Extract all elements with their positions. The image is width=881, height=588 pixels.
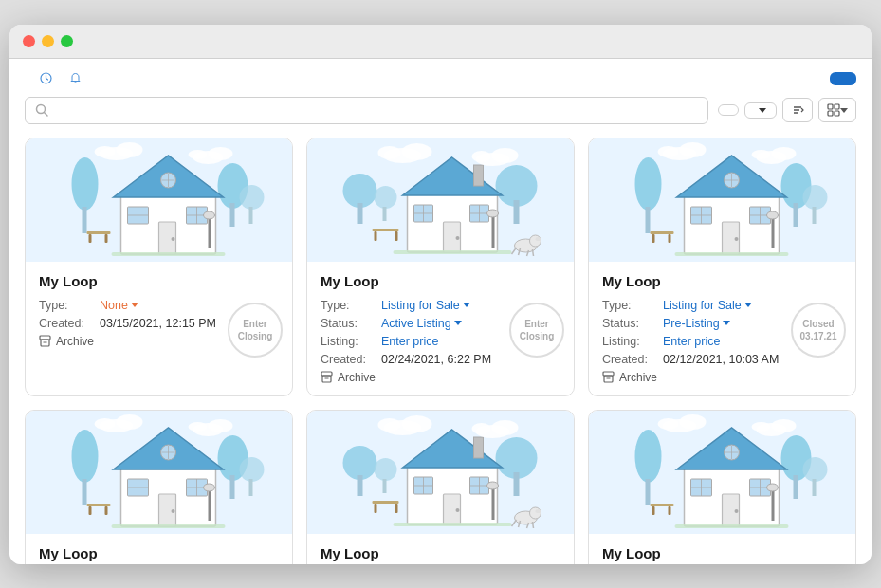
svg-point-117 <box>72 430 99 483</box>
type-chevron-icon <box>463 303 470 307</box>
card-4: My LoopType:Listing for Sale Status: Act… <box>306 410 575 564</box>
sort-direction-button[interactable] <box>782 98 813 122</box>
traffic-lights <box>23 35 73 47</box>
svg-point-202 <box>735 509 739 513</box>
enter-closing-badge-0[interactable]: EnterClosing <box>228 303 283 358</box>
svg-point-77 <box>472 151 491 162</box>
svg-line-175 <box>512 520 517 526</box>
clock-icon <box>40 72 52 84</box>
svg-rect-84 <box>646 207 651 233</box>
svg-rect-105 <box>772 216 775 248</box>
svg-rect-47 <box>514 200 520 224</box>
maximize-traffic-light[interactable] <box>61 35 73 47</box>
card-body-3: My LoopType:None Created: 03/15/2021, 12… <box>26 534 292 564</box>
svg-rect-31 <box>105 234 108 243</box>
view-chevron-icon <box>840 108 848 113</box>
card-image-0 <box>26 138 292 262</box>
svg-point-173 <box>530 507 541 519</box>
svg-rect-29 <box>87 231 111 234</box>
svg-point-54 <box>456 236 460 240</box>
svg-rect-103 <box>652 234 655 243</box>
add-loop-button[interactable] <box>830 72 856 85</box>
close-traffic-light[interactable] <box>23 35 35 47</box>
type-value-0[interactable]: None <box>100 299 138 312</box>
svg-point-79 <box>487 210 499 217</box>
svg-point-109 <box>680 142 707 157</box>
listing-value-2[interactable]: Enter price <box>663 335 720 348</box>
svg-point-37 <box>95 146 116 157</box>
created-value-1: 02/24/2021, 6:22 PM <box>381 353 491 366</box>
notifications-link[interactable] <box>69 72 85 84</box>
svg-point-36 <box>117 142 143 157</box>
svg-line-68 <box>512 248 517 254</box>
archive-link-1[interactable]: Archive <box>321 371 560 384</box>
svg-line-2 <box>45 113 48 117</box>
svg-rect-120 <box>230 475 235 499</box>
search-icon <box>35 103 48 117</box>
svg-rect-32 <box>209 216 211 248</box>
created-label: Created: <box>602 353 659 366</box>
svg-rect-171 <box>395 504 398 513</box>
card-title-4: My Loop <box>321 545 560 561</box>
svg-point-217 <box>658 418 679 430</box>
listing-value-1[interactable]: Enter price <box>381 335 438 348</box>
created-label: Created: <box>39 317 96 330</box>
created-value-2: 02/12/2021, 10:03 AM <box>663 353 779 366</box>
svg-rect-118 <box>83 479 87 505</box>
status-value-2[interactable]: Pre-Listing <box>663 317 730 330</box>
svg-point-220 <box>752 422 771 432</box>
svg-rect-193 <box>794 475 798 499</box>
archive-icon <box>39 335 51 347</box>
status-value-1[interactable]: Active Listing <box>381 317 462 330</box>
svg-point-144 <box>95 418 116 430</box>
svg-rect-122 <box>249 479 253 496</box>
status-chevron-icon <box>723 321 730 325</box>
type-chevron-icon <box>131 303 138 307</box>
filters-button[interactable] <box>718 104 739 116</box>
type-chevron-icon <box>744 303 752 307</box>
svg-point-186 <box>487 482 499 489</box>
closed-badge-2[interactable]: Closed03.17.21 <box>791 303 846 358</box>
view-toggle-button[interactable] <box>818 98 856 122</box>
card-title-0: My Loop <box>39 273 279 289</box>
svg-point-181 <box>378 418 401 432</box>
titlebar <box>9 25 872 59</box>
status-chevron-icon <box>454 321 462 325</box>
minimize-traffic-light[interactable] <box>42 35 54 47</box>
svg-rect-136 <box>87 504 111 506</box>
svg-rect-154 <box>514 472 520 496</box>
status-label: Status: <box>321 317 377 330</box>
card-body-5: My LoopType:Listing for Sale Status: Pre… <box>589 534 855 564</box>
card-image-5 <box>589 411 855 534</box>
svg-rect-64 <box>395 231 398 241</box>
svg-rect-78 <box>492 214 495 248</box>
archive-icon <box>321 371 333 383</box>
svg-point-74 <box>378 146 401 159</box>
svg-rect-41 <box>40 336 50 340</box>
archive-link-2[interactable]: Archive <box>602 371 842 384</box>
activity-log-link[interactable] <box>40 72 56 84</box>
svg-point-67 <box>536 237 541 241</box>
svg-rect-152 <box>358 475 363 496</box>
svg-point-174 <box>536 509 541 513</box>
sort-button[interactable] <box>744 102 777 119</box>
svg-rect-13 <box>230 203 235 227</box>
svg-rect-52 <box>474 165 484 186</box>
svg-point-219 <box>772 419 797 432</box>
svg-point-39 <box>209 147 233 160</box>
search-input[interactable] <box>55 103 698 118</box>
created-value-0: 03/15/2021, 12:15 PM <box>100 317 216 330</box>
svg-point-95 <box>735 237 739 241</box>
svg-rect-159 <box>474 437 484 458</box>
svg-line-178 <box>533 522 534 528</box>
type-value-1[interactable]: Listing for Sale <box>381 299 470 312</box>
enter-closing-badge-1[interactable]: EnterClosing <box>509 303 564 358</box>
svg-rect-141 <box>112 524 226 528</box>
svg-point-112 <box>772 147 797 160</box>
grid-view-icon <box>827 103 840 117</box>
svg-point-110 <box>658 146 679 157</box>
svg-rect-185 <box>492 487 495 520</box>
card-1: My LoopType:Listing for Sale Status: Act… <box>306 138 575 396</box>
svg-rect-80 <box>321 372 332 376</box>
type-value-2[interactable]: Listing for Sale <box>663 299 752 312</box>
